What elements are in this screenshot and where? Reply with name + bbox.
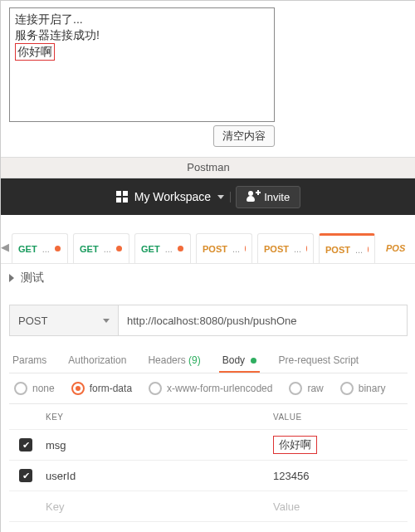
chevron-down-icon (217, 195, 224, 199)
request-tab-active[interactable]: POST ... (319, 233, 375, 263)
invite-button[interactable]: Invite (236, 186, 300, 208)
request-tab[interactable]: GET ... (73, 233, 129, 263)
body-type-urlencoded[interactable]: x-www-form-urlencoded (149, 382, 272, 395)
body-type-formdata[interactable]: form-data (71, 382, 132, 395)
app-root: 连接开启了... 服务器连接成功! 你好啊 清空内容 Postman My Wo… (0, 0, 415, 532)
clear-console-button[interactable]: 清空内容 (213, 125, 275, 147)
request-tab[interactable]: GET ... (12, 233, 68, 263)
tab-params[interactable]: Params (12, 354, 46, 373)
table-header: KEY VALUE (9, 404, 408, 430)
request-tab[interactable]: GET ... (134, 233, 191, 263)
console-panel: 连接开启了... 服务器连接成功! 你好啊 清空内容 (1, 1, 415, 149)
row-checkbox[interactable]: ✔ (19, 469, 32, 482)
request-tab-overflow[interactable]: POS (380, 233, 415, 263)
tab-method: GET (18, 244, 37, 254)
body-type-binary[interactable]: binary (340, 382, 386, 395)
console-line: 服务器连接成功! (15, 27, 269, 43)
tab-label: ... (232, 244, 240, 254)
form-data-table: KEY VALUE ✔ msg 你好啊 ✔ userId 123456 Key … (9, 403, 408, 522)
body-type-none[interactable]: none (14, 382, 55, 395)
placeholder-key[interactable]: Key (42, 500, 270, 513)
radio-icon (71, 382, 85, 395)
row-value[interactable]: 你好啊 (270, 436, 408, 454)
col-key-header: KEY (42, 412, 270, 422)
request-name: 测试 (21, 271, 44, 286)
table-row[interactable]: ✔ userId 123456 (9, 461, 408, 491)
request-tab[interactable]: POST ... (257, 233, 314, 263)
tab-scroll-left[interactable]: ◀ (1, 230, 9, 263)
body-type-label: x-www-form-urlencoded (167, 383, 272, 394)
url-value: http://localhost:8080/push/pushOne (127, 315, 297, 327)
value-highlight: 你好啊 (273, 436, 317, 454)
tab-headers[interactable]: Headers (9) (148, 354, 200, 373)
tab-body[interactable]: Body (222, 354, 257, 373)
headers-count: (9) (188, 354, 201, 366)
placeholder-value[interactable]: Value (270, 500, 408, 513)
grid-icon (116, 191, 128, 203)
unsaved-dot-icon (178, 246, 183, 251)
top-nav: My Workspace Invite (1, 178, 415, 215)
body-active-dot-icon (251, 358, 256, 364)
tab-method: POS (386, 243, 405, 253)
row-key[interactable]: userId (42, 470, 270, 482)
chevron-down-icon (103, 319, 110, 323)
console-line: 连接开启了... (15, 12, 269, 27)
row-value[interactable]: 123456 (270, 470, 408, 482)
person-plus-icon (247, 191, 258, 203)
radio-icon (149, 382, 162, 395)
request-name-row[interactable]: 测试 (1, 264, 415, 293)
body-type-label: form-data (90, 383, 132, 394)
unsaved-dot-icon (306, 246, 307, 251)
request-subtabs: Params Authorization Headers (9) Body Pr… (12, 354, 408, 373)
console-output: 连接开启了... 服务器连接成功! 你好啊 (9, 7, 275, 122)
url-bar: POST http://localhost:8080/push/pushOne (9, 305, 408, 336)
triangle-right-icon (9, 274, 14, 282)
tab-label: ... (165, 244, 173, 254)
body-type-selector: none form-data x-www-form-urlencoded raw… (14, 382, 408, 395)
row-key[interactable]: msg (42, 439, 270, 451)
unsaved-dot-icon (245, 246, 246, 251)
unsaved-dot-icon (55, 246, 61, 251)
tab-method: POST (203, 244, 227, 254)
window-title: Postman (1, 157, 415, 178)
unsaved-dot-icon (116, 246, 122, 251)
tab-method: GET (80, 244, 99, 254)
tab-method: GET (141, 244, 160, 254)
console-highlight: 你好啊 (15, 43, 55, 61)
table-row[interactable]: ✔ msg 你好啊 (9, 430, 408, 461)
headers-label: Headers (148, 354, 185, 366)
body-type-label: binary (359, 383, 386, 394)
tab-authorization[interactable]: Authorization (68, 354, 126, 373)
workspace-label: My Workspace (134, 190, 211, 203)
body-type-label: none (32, 383, 55, 394)
request-tabs: ◀ GET ... GET ... GET ... POST ... POST … (1, 230, 415, 264)
tab-prerequest[interactable]: Pre-request Script (278, 354, 359, 373)
tab-label: ... (294, 244, 301, 254)
console-actions: 清空内容 (9, 125, 275, 147)
radio-icon (289, 382, 302, 395)
body-type-label: raw (307, 383, 323, 394)
tab-label: ... (104, 244, 111, 254)
body-type-raw[interactable]: raw (289, 382, 323, 395)
method-value: POST (18, 315, 47, 327)
tab-label: ... (355, 245, 363, 255)
table-row-placeholder[interactable]: Key Value (9, 491, 408, 522)
col-value-header: VALUE (270, 412, 408, 422)
radio-icon (340, 382, 354, 395)
invite-label: Invite (264, 191, 290, 203)
method-dropdown[interactable]: POST (9, 305, 118, 336)
body-label: Body (222, 354, 245, 366)
unsaved-dot-icon (368, 246, 369, 252)
tab-method: POST (325, 245, 350, 255)
row-checkbox[interactable]: ✔ (19, 438, 32, 451)
workspace-dropdown[interactable]: My Workspace (116, 190, 224, 203)
subtabs-separator (9, 373, 408, 373)
radio-icon (14, 382, 27, 395)
tab-label: ... (42, 244, 50, 254)
request-tab[interactable]: POST ... (196, 233, 252, 263)
url-input[interactable]: http://localhost:8080/push/pushOne (118, 305, 408, 336)
tab-method: POST (264, 244, 289, 254)
